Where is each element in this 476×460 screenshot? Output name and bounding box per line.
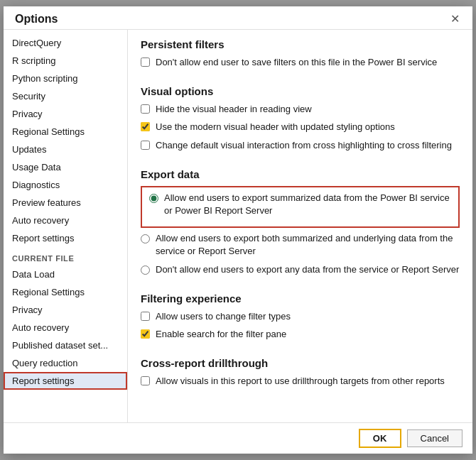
sidebar-current-item-regional-settings[interactable]: Regional Settings [4, 283, 127, 301]
ok-button[interactable]: OK [359, 429, 401, 448]
sidebar-item-updates[interactable]: Updates [4, 141, 127, 158]
option-row-0-0: Don't allow end user to save filters on … [141, 56, 460, 69]
sidebar-item-privacy[interactable]: Privacy [4, 105, 127, 123]
sidebar-item-r-scripting[interactable]: R scripting [4, 52, 127, 70]
option-row-2-0: Allow end users to export summarized dat… [149, 192, 451, 217]
sidebar-current-item-published-dataset-set...[interactable]: Published dataset set... [4, 336, 127, 354]
sidebar-item-python-scripting[interactable]: Python scripting [4, 70, 127, 87]
sidebar-current-file-section: Data LoadRegional SettingsPrivacyAuto re… [4, 265, 127, 390]
option-label-0-0: Don't allow end user to save filters on … [156, 56, 437, 69]
option-row-1-0: Hide the visual header in reading view [141, 103, 460, 116]
option-label-2-0: Allow end users to export summarized dat… [164, 192, 451, 217]
checkbox-0-0[interactable] [141, 58, 150, 67]
sidebar-current-item-data-load[interactable]: Data Load [4, 265, 127, 283]
sidebar-item-security[interactable]: Security [4, 87, 127, 105]
option-row-2-1: Allow end users to export both summarize… [141, 232, 460, 258]
sidebar-item-regional-settings[interactable]: Regional Settings [4, 123, 127, 141]
highlighted-option-box: Allow end users to export summarized dat… [141, 186, 460, 228]
sidebar-item-report-settings[interactable]: Report settings [4, 229, 127, 247]
option-label-3-1: Enable search for the filter pane [156, 328, 286, 341]
sidebar-current-item-report-settings[interactable]: Report settings [4, 372, 127, 390]
radio-2-2[interactable] [141, 265, 150, 275]
sidebar-section-header-current-file: CURRENT FILE [4, 247, 127, 265]
main-content[interactable]: Persistent filtersDon't allow end user t… [128, 30, 472, 422]
checkbox-3-0[interactable] [141, 312, 150, 321]
dialog-footer: OK Cancel [4, 422, 472, 454]
sidebar-item-directquery[interactable]: DirectQuery [4, 34, 127, 52]
sidebar-current-item-query-reduction[interactable]: Query reduction [4, 354, 127, 372]
section-title-0: Persistent filters [141, 38, 460, 50]
section-title-1: Visual options [141, 85, 460, 97]
checkbox-1-1[interactable] [141, 122, 150, 131]
sidebar: DirectQueryR scriptingPython scriptingSe… [4, 30, 128, 422]
close-button[interactable]: ✕ [446, 12, 464, 26]
option-label-2-2: Don't allow end users to export any data… [156, 263, 459, 276]
option-row-4-0: Allow visuals in this report to use dril… [141, 375, 460, 388]
radio-2-1[interactable] [141, 234, 150, 243]
sidebar-item-preview-features[interactable]: Preview features [4, 194, 127, 212]
option-label-1-0: Hide the visual header in reading view [156, 103, 312, 116]
section-title-4: Cross-report drillthrough [141, 357, 460, 369]
checkbox-1-0[interactable] [141, 104, 150, 114]
radio-2-0[interactable] [149, 194, 158, 203]
checkbox-3-1[interactable] [141, 329, 150, 339]
sidebar-current-item-auto-recovery[interactable]: Auto recovery [4, 319, 127, 336]
option-label-1-1: Use the modern visual header with update… [156, 121, 395, 133]
checkbox-4-0[interactable] [141, 376, 150, 385]
dialog-body: DirectQueryR scriptingPython scriptingSe… [4, 30, 472, 422]
option-label-2-1: Allow end users to export both summarize… [156, 232, 460, 258]
option-row-1-2: Change default visual interaction from c… [141, 139, 460, 152]
title-bar: Options ✕ [4, 6, 472, 30]
sidebar-item-diagnostics[interactable]: Diagnostics [4, 176, 127, 194]
option-row-3-0: Allow users to change filter types [141, 310, 460, 323]
cancel-button[interactable]: Cancel [407, 429, 463, 447]
option-label-3-0: Allow users to change filter types [156, 310, 291, 323]
main-sections: Persistent filtersDon't allow end user t… [141, 38, 460, 397]
section-title-2: Export data [141, 168, 460, 180]
dialog-title: Options [15, 13, 58, 26]
sidebar-current-item-privacy[interactable]: Privacy [4, 301, 127, 319]
option-row-2-2: Don't allow end users to export any data… [141, 263, 460, 276]
sidebar-global-section: DirectQueryR scriptingPython scriptingSe… [4, 34, 127, 247]
sidebar-scroll[interactable]: DirectQueryR scriptingPython scriptingSe… [4, 30, 127, 422]
options-dialog: Options ✕ DirectQueryR scriptingPython s… [4, 6, 472, 454]
option-label-4-0: Allow visuals in this report to use dril… [156, 375, 445, 388]
section-title-3: Filtering experience [141, 292, 460, 305]
sidebar-item-usage-data[interactable]: Usage Data [4, 158, 127, 176]
checkbox-1-2[interactable] [141, 141, 150, 150]
sidebar-item-auto-recovery[interactable]: Auto recovery [4, 212, 127, 229]
option-row-3-1: Enable search for the filter pane [141, 328, 460, 341]
option-row-1-1: Use the modern visual header with update… [141, 121, 460, 133]
option-label-1-2: Change default visual interaction from c… [156, 139, 452, 152]
